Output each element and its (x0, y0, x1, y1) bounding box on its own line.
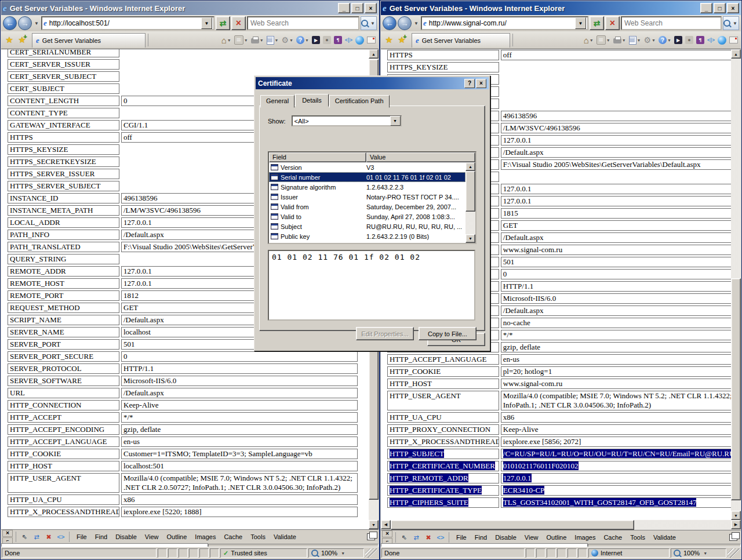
tools-button[interactable]: ⚙▼ (643, 34, 657, 46)
scroll-right-icon[interactable]: ▶ (731, 520, 741, 529)
refresh-button[interactable]: ⇄ (590, 16, 604, 30)
devbar-refresh-button[interactable]: ⇄ (31, 532, 42, 542)
page-button[interactable]: ▼ (628, 34, 642, 46)
minimize-button[interactable]: _ (338, 3, 350, 13)
column-header-value[interactable]: Value (366, 152, 475, 162)
cascade-windows-icon[interactable] (729, 534, 737, 541)
resize-grip[interactable] (365, 548, 378, 558)
devbar-menu-outline[interactable]: Outline (542, 534, 570, 541)
addon-button-2[interactable]: ● (684, 34, 694, 46)
dialog-tab-certification-path[interactable]: Certification Path (329, 95, 390, 108)
cert-field-row[interactable]: Serial number01 01 02 11 76 01 1f 02 01 … (269, 172, 465, 182)
cert-field-row[interactable]: Public key1.2.643.2.2.19 (0 Bits) (269, 231, 465, 241)
home-button[interactable]: ⌂▼ (220, 34, 232, 46)
horizontal-scrollbar[interactable]: ◀ ▶ (381, 520, 741, 530)
addon-button-3[interactable]: ¶ (333, 34, 343, 46)
show-dropdown[interactable]: <All> ▼ (292, 115, 402, 126)
scrollbar-thumb[interactable] (731, 278, 741, 500)
cert-field-row[interactable]: VersionV3 (269, 162, 465, 172)
refresh-button[interactable]: ⇄ (216, 16, 230, 30)
zoom-pane[interactable]: 100% ▼ (671, 548, 726, 558)
addon-button-4[interactable]: <|> (344, 34, 354, 46)
view-source-button[interactable]: <> (56, 532, 66, 542)
print-button[interactable]: ▼ (612, 34, 627, 46)
show-dropdown-icon[interactable]: ▼ (390, 116, 401, 126)
search-input[interactable] (248, 19, 358, 27)
dialog-help-button[interactable]: ? (464, 79, 475, 88)
devbar-menu-cache[interactable]: Cache (220, 533, 246, 540)
devbar-menu-images[interactable]: Images (570, 534, 599, 541)
url-dropdown-button[interactable]: ▼ (575, 17, 586, 29)
vertical-scrollbar[interactable]: ▲ ▼ (731, 49, 741, 520)
resize-grip[interactable] (728, 548, 740, 558)
devbar-menu-file[interactable]: File (72, 533, 91, 540)
stop-button[interactable]: × (231, 16, 246, 30)
field-value-preview[interactable]: 01 01 02 11 76 01 1f 02 01 02 (268, 250, 475, 321)
addon-button-2[interactable]: ● (322, 34, 332, 46)
devbar-close-button[interactable]: ✕ (382, 530, 392, 537)
devbar-menu-cache[interactable]: Cache (599, 534, 626, 541)
cert-field-row[interactable]: IssuerNotary-PRO TEST ГОСТ Р 34.... (269, 192, 465, 202)
addon-button-5[interactable] (716, 34, 728, 46)
devbar-menu-validate[interactable]: Validate (649, 534, 680, 541)
devbar-menu-tools[interactable]: Tools (246, 533, 270, 540)
addon-button-3[interactable]: ¶ (695, 34, 705, 46)
stop-button[interactable]: × (605, 16, 620, 30)
history-dropdown-icon[interactable]: ▼ (413, 21, 420, 26)
devbar-menu-tools[interactable]: Tools (626, 534, 649, 541)
devbar-menu-file[interactable]: File (452, 534, 471, 541)
column-header-field[interactable]: Field (269, 152, 366, 162)
devbar-menu-validate[interactable]: Validate (270, 533, 300, 540)
home-button[interactable]: ⌂▼ (583, 34, 595, 46)
search-button[interactable]: ▼ (723, 16, 739, 30)
devbar-clear-button[interactable]: ✖ (43, 532, 54, 542)
search-box[interactable] (247, 16, 359, 30)
devbar-close-button[interactable]: ✕ (2, 530, 13, 537)
view-source-button[interactable]: <> (435, 532, 446, 543)
devbar-menu-images[interactable]: Images (191, 533, 220, 540)
search-dropdown-icon[interactable]: ▼ (732, 21, 739, 26)
feeds-button[interactable]: 𝄙▼ (233, 34, 249, 46)
search-button[interactable]: ▼ (361, 16, 377, 30)
devbar-menu-outline[interactable]: Outline (162, 533, 191, 540)
search-dropdown-icon[interactable]: ▼ (369, 21, 376, 26)
favorites-button[interactable]: ★ (3, 34, 16, 46)
dialog-tab-details[interactable]: Details (295, 94, 329, 107)
scrollbar-thumb[interactable] (391, 520, 634, 530)
scroll-down-icon[interactable]: ▼ (731, 511, 741, 520)
help-button[interactable]: ?▼ (657, 34, 672, 46)
dialog-close-button[interactable]: × (476, 79, 486, 88)
page-button[interactable]: ▼ (265, 34, 280, 46)
dialog-tab-general[interactable]: General (260, 95, 294, 108)
forward-button[interactable]: → (18, 16, 32, 30)
search-box[interactable] (621, 16, 722, 30)
history-dropdown-icon[interactable]: ▼ (33, 21, 40, 26)
addon-button-5[interactable] (354, 34, 365, 46)
minimize-button[interactable]: _ (700, 3, 712, 13)
print-button[interactable]: ▼ (250, 34, 265, 46)
close-button[interactable]: × (727, 3, 739, 13)
forward-button[interactable]: → (398, 16, 412, 30)
dialog-titlebar[interactable]: Certificate ? × (256, 77, 489, 89)
addon-button-1[interactable]: ▶ (311, 34, 321, 46)
tab-get-server-variables[interactable]: e Get Server Variables (412, 33, 510, 48)
devbar-menu-find[interactable]: Find (471, 534, 491, 541)
cascade-windows-icon[interactable] (367, 533, 375, 540)
back-button[interactable]: ← (3, 16, 17, 30)
cert-field-row[interactable]: Valid toSunday, April 27, 2008 1:08:3... (269, 212, 465, 221)
titlebar[interactable]: e Get Server Variables - Windows Interne… (1, 1, 379, 15)
cert-field-row[interactable]: Signature algorithm1.2.643.2.2.3 (269, 182, 465, 192)
copy-to-file-button[interactable]: Copy to File... (419, 327, 477, 340)
scroll-left-icon[interactable]: ◀ (381, 520, 391, 529)
addon-button-6[interactable] (728, 34, 739, 46)
add-favorite-button[interactable]: ★ (395, 34, 408, 46)
back-button[interactable]: ← (383, 16, 397, 30)
maximize-button[interactable]: □ (351, 3, 363, 13)
devbar-refresh-button[interactable]: ⇄ (411, 532, 421, 543)
maximize-button[interactable]: □ (714, 3, 726, 13)
devbar-menu-find[interactable]: Find (91, 533, 111, 540)
devbar-menu-disable[interactable]: Disable (491, 534, 521, 541)
addon-button-4[interactable]: <|> (706, 34, 716, 46)
tab-get-server-variables[interactable]: e Get Server Variables (32, 33, 146, 48)
url-combobox[interactable]: e http://www.signal-com.ru/ ▼ (421, 16, 588, 30)
